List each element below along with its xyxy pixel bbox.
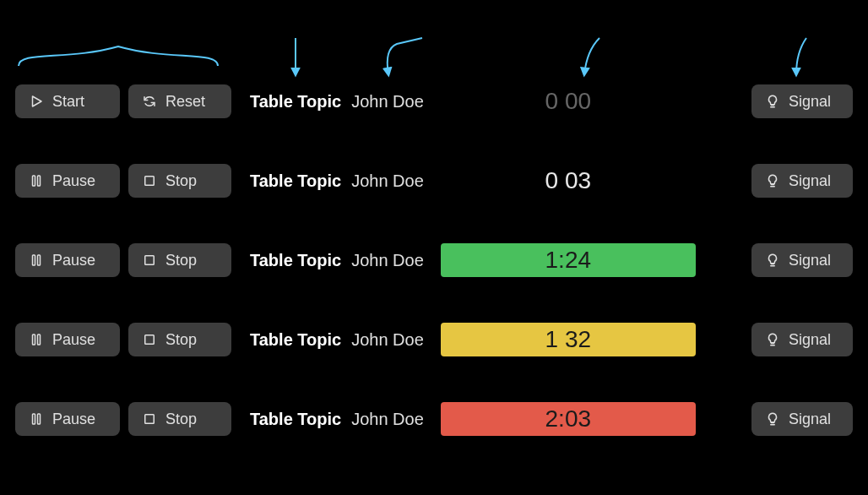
timer-display: 0 03 [441,164,696,198]
stop-icon [142,332,157,347]
speech-type-label: Table Topic [250,92,341,112]
timer-row: PauseStopTable TopicJohn Doe1:24Signal [15,243,853,277]
svg-rect-8 [145,335,155,345]
timer-row: PauseStopTable TopicJohn Doe2:03Signal [15,402,853,436]
timer-display: 0 00 [441,84,696,118]
timer-row: PauseStopTable TopicJohn Doe0 03Signal [15,164,853,198]
timer-display: 1 32 [441,323,696,356]
svg-rect-6 [33,335,35,345]
pause-icon [29,253,44,268]
lightbulb-icon [765,94,780,109]
reset-icon [142,94,157,109]
stop-label: Stop [165,252,197,269]
stop-button[interactable]: Stop [128,243,231,277]
stop-label: Stop [165,172,197,190]
pause-icon [29,332,44,347]
stop-label: Stop [165,411,197,428]
stop-button[interactable]: Stop [128,164,231,198]
svg-rect-0 [33,176,35,186]
timer-rows: StartResetTable TopicJohn Doe0 00SignalP… [0,0,868,436]
speaker-name: John Doe [351,330,424,350]
stop-button[interactable]: Stop [128,402,231,436]
speaker-name: John Doe [351,410,424,429]
svg-rect-11 [145,415,155,424]
svg-rect-4 [38,255,41,265]
stop-button[interactable]: Stop [128,323,231,356]
pause-label: Pause [52,252,95,269]
speech-type-label: Table Topic [250,330,341,350]
stop-icon [142,411,157,427]
timer-row: StartResetTable TopicJohn Doe0 00Signal [15,84,853,118]
lightbulb-icon [765,332,780,347]
timer-row: PauseStopTable TopicJohn Doe1 32Signal [15,323,853,356]
lightbulb-icon [765,411,780,427]
stop-label: Stop [165,331,197,349]
signal-label: Signal [789,411,831,428]
pause-label: Pause [52,331,95,349]
signal-button[interactable]: Signal [751,164,853,198]
timer-display: 2:03 [441,402,696,436]
svg-rect-7 [38,335,41,345]
pause-button[interactable]: Pause [15,164,120,198]
signal-label: Signal [789,172,831,190]
stop-icon [142,173,157,188]
pause-label: Pause [52,172,95,190]
svg-rect-5 [145,256,155,265]
speaker-name: John Doe [351,171,424,191]
svg-rect-2 [145,177,155,186]
signal-button[interactable]: Signal [751,402,853,436]
svg-rect-10 [38,414,41,424]
pause-button[interactable]: Pause [15,243,120,277]
speaker-name: John Doe [351,251,424,270]
signal-label: Signal [789,252,831,269]
stop-icon [142,253,157,268]
pause-icon [29,173,44,188]
play-icon [29,94,44,109]
reset-button[interactable]: Reset [128,84,231,118]
start-button[interactable]: Start [15,84,120,118]
signal-button[interactable]: Signal [751,84,853,118]
timer-display: 1:24 [441,243,696,277]
speaker-name: John Doe [351,92,424,112]
pause-button[interactable]: Pause [15,323,120,356]
speech-type-label: Table Topic [250,251,341,270]
signal-button[interactable]: Signal [751,323,853,356]
pause-label: Pause [52,411,95,428]
lightbulb-icon [765,253,780,268]
signal-label: Signal [789,331,831,349]
pause-icon [29,411,44,427]
svg-rect-9 [33,414,35,424]
start-label: Start [52,93,84,111]
speech-type-label: Table Topic [250,410,341,429]
signal-label: Signal [789,93,831,111]
speech-type-label: Table Topic [250,171,341,191]
svg-rect-1 [38,176,41,186]
reset-label: Reset [165,93,205,111]
signal-button[interactable]: Signal [751,243,853,277]
lightbulb-icon [765,173,780,188]
svg-rect-3 [33,255,35,265]
pause-button[interactable]: Pause [15,402,120,436]
